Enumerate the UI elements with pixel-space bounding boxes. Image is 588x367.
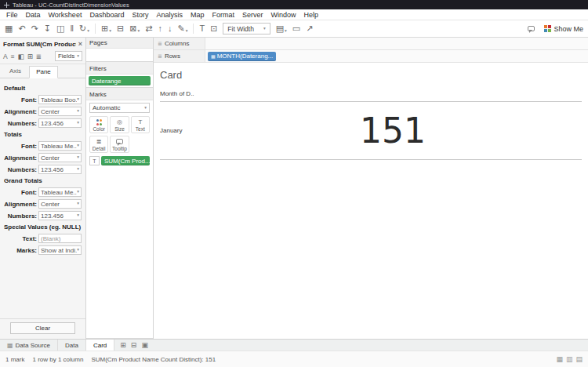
menu-analysis[interactable]: Analysis	[152, 10, 187, 20]
size-icon: ◎	[117, 118, 122, 125]
new-worksheet-icon[interactable]: ⊞▾	[101, 24, 111, 33]
undo-icon[interactable]: ↶	[18, 24, 25, 33]
text-encoding-icon[interactable]: T	[89, 156, 100, 165]
text-button[interactable]: T Text	[131, 116, 150, 133]
menu-map[interactable]: Map	[187, 10, 209, 20]
tooltip-button-label: Tooltip	[112, 146, 127, 151]
totals-alignment-dropdown[interactable]: Center▾	[38, 153, 82, 162]
row-header-january[interactable]: January	[160, 127, 204, 134]
fields-dropdown[interactable]: Fields ▾	[55, 51, 82, 61]
clear-sheet-icon[interactable]: ⊠▾	[129, 24, 140, 33]
new-dashboard-icon[interactable]: ⊟	[131, 341, 137, 349]
share-workbook-icon[interactable]: ↗	[306, 24, 313, 33]
caret-down-icon: ▾	[77, 97, 79, 102]
add-data-source-icon[interactable]: ◫	[56, 24, 64, 33]
swap-axes-icon[interactable]: ⇄	[145, 24, 152, 33]
show-me-button[interactable]: Show Me	[544, 25, 583, 33]
tab-axis[interactable]: Axis	[3, 66, 27, 78]
filmstrip-icon[interactable]: ▥	[566, 355, 573, 363]
tab-pane[interactable]: Pane	[29, 66, 58, 78]
borders-format-icon[interactable]: ⊞	[27, 53, 33, 60]
fit-selector[interactable]: Fit Width ▾	[223, 23, 270, 35]
worksheet-view[interactable]: Card Month of D.. January 151	[154, 63, 588, 339]
grand-totals-alignment-dropdown[interactable]: Center▾	[38, 199, 82, 209]
sort-descending-icon[interactable]: ↓	[168, 24, 172, 33]
menu-story[interactable]: Story	[128, 10, 152, 20]
menu-dashboard[interactable]: Dashboard	[85, 10, 128, 20]
filters-card-title: Filters	[86, 64, 153, 74]
grand-totals-font-dropdown[interactable]: Tableau Me...▾	[38, 187, 82, 197]
detail-button[interactable]: ≣ Detail	[89, 136, 108, 153]
new-sheet-buttons: ⊞ ⊟ ▣	[114, 340, 154, 351]
menu-bar: File Data Worksheet Dashboard Story Anal…	[0, 9, 588, 20]
totals-font-dropdown[interactable]: Tableau Me...▾	[38, 141, 82, 151]
comment-icon[interactable]	[528, 26, 535, 31]
menu-window[interactable]: Window	[267, 10, 300, 20]
lines-format-icon[interactable]: ≣	[36, 53, 42, 60]
show-hide-cards-icon[interactable]: ▤▾	[276, 24, 287, 33]
toolbar-separator	[95, 24, 96, 34]
shading-format-icon[interactable]: ◧	[18, 53, 24, 60]
size-button[interactable]: ◎ Size	[110, 116, 129, 133]
caret-down-icon: ▾	[77, 155, 79, 160]
color-button[interactable]: Color	[89, 116, 108, 133]
presentation-mode-icon[interactable]: ▭	[292, 24, 300, 33]
columns-shelf-label: Columns	[165, 40, 190, 47]
rows-pill-label: MONTH(Daterang...	[217, 53, 274, 60]
show-tabs-icon[interactable]: ▤	[575, 355, 583, 363]
menu-format[interactable]: Format	[208, 10, 238, 20]
menu-help[interactable]: Help	[300, 10, 323, 20]
default-numbers-dropdown[interactable]: 123.456▾	[38, 118, 82, 128]
mark-value[interactable]: 151	[204, 111, 582, 151]
filters-shelf[interactable]: Daterange	[86, 74, 153, 88]
show-mark-labels-icon[interactable]: T	[199, 24, 205, 33]
mark-type-dropdown[interactable]: Automatic ▾	[89, 103, 150, 113]
font-format-icon[interactable]: A	[3, 53, 8, 60]
menu-server[interactable]: Server	[238, 10, 267, 20]
highlight-icon[interactable]: ✎▾	[177, 24, 187, 33]
duplicate-sheet-icon[interactable]: ⊟	[117, 24, 124, 33]
pages-card-title: Pages	[86, 38, 153, 48]
clear-button[interactable]: Clear	[10, 322, 75, 334]
detail-icon: ≣	[96, 138, 102, 145]
run-updates-icon[interactable]: ↻▾	[79, 24, 89, 33]
menu-file[interactable]: File	[2, 10, 22, 20]
rows-shelf-well[interactable]: ▦ MONTH(Daterang...	[205, 50, 588, 62]
caret-down-icon: ▾	[87, 29, 89, 34]
redo-icon[interactable]: ↷	[31, 24, 38, 33]
default-alignment-dropdown[interactable]: Center▾	[38, 107, 82, 116]
section-heading: Totals	[4, 131, 82, 138]
default-font-dropdown[interactable]: Tableau Boo...▾	[38, 95, 82, 104]
totals-numbers-dropdown[interactable]: 123.456▾	[38, 165, 82, 174]
detail-button-label: Detail	[93, 146, 106, 151]
tab-card[interactable]: Card	[86, 340, 114, 351]
pages-shelf[interactable]	[86, 48, 153, 62]
save-icon[interactable]: ↧	[44, 24, 51, 33]
tableau-home-icon[interactable]: ▦	[5, 24, 13, 33]
pause-updates-icon[interactable]: ‖	[70, 24, 74, 33]
alignment-format-icon[interactable]: ≡	[11, 53, 15, 60]
close-icon[interactable]: ×	[78, 40, 82, 48]
rows-pill-month-daterange[interactable]: ▦ MONTH(Daterang...	[208, 52, 276, 61]
special-text-field[interactable]: (Blank)	[38, 234, 82, 243]
tab-data-source[interactable]: ▦ Data Source	[0, 340, 58, 351]
menu-worksheet[interactable]: Worksheet	[45, 10, 86, 20]
special-marks-dropdown[interactable]: Show at Indi...▾	[38, 245, 82, 255]
caret-down-icon: ▾	[77, 144, 79, 148]
columns-shelf-well[interactable]	[205, 38, 588, 49]
new-worksheet-icon[interactable]: ⊞	[120, 341, 126, 349]
caret-down-icon: ▾	[137, 29, 140, 34]
sheet-title: Card	[160, 69, 582, 81]
fix-axes-icon[interactable]: ⊡	[210, 24, 217, 33]
grand-totals-numbers-dropdown[interactable]: 123.456▾	[38, 211, 82, 220]
filter-pill-daterange[interactable]: Daterange	[89, 76, 151, 85]
tab-data[interactable]: Data	[58, 340, 86, 351]
sort-ascending-icon[interactable]: ↑	[158, 24, 162, 33]
marks-field-pill[interactable]: SUM(Cm Prod...	[101, 156, 150, 165]
menu-data[interactable]: Data	[22, 10, 45, 20]
caret-down-icon: ▾	[285, 29, 287, 34]
sheet-sorter-icon[interactable]: ▦	[556, 355, 563, 363]
tooltip-button[interactable]: Tooltip	[110, 136, 129, 153]
new-story-icon[interactable]: ▣	[141, 341, 148, 349]
numbers-label: Numbers:	[4, 213, 37, 220]
